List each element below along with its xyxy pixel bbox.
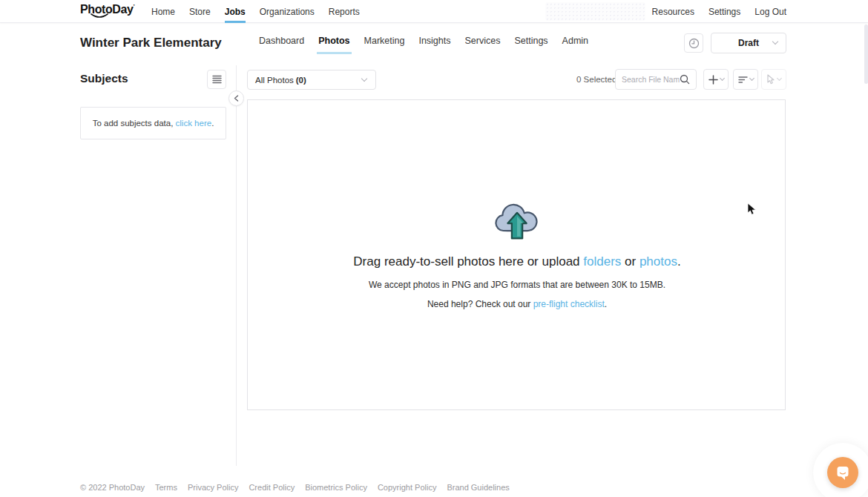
logo-smile-icon — [90, 13, 109, 19]
search-icon — [680, 74, 690, 85]
chevron-down-icon — [361, 76, 367, 82]
cursor-select-icon — [766, 74, 775, 85]
chevron-down-icon — [749, 76, 754, 81]
nav-item-store[interactable]: Store — [189, 0, 211, 23]
nav-item-jobs[interactable]: Jobs — [225, 0, 246, 23]
logo-mark: ’ — [133, 3, 134, 10]
sort-lines-icon — [738, 76, 748, 84]
top-navigation-bar: PhotoDay’ Home Store Jobs Organizations … — [0, 0, 868, 23]
tab-dashboard[interactable]: Dashboard — [257, 23, 306, 58]
nav-item-home[interactable]: Home — [151, 0, 175, 23]
footer-link-biometrics[interactable]: Biometrics Policy — [305, 483, 367, 492]
photo-filter-label: All Photos — [255, 76, 294, 85]
sort-photos-button[interactable] — [733, 69, 758, 90]
subjects-menu-button[interactable] — [207, 70, 226, 89]
photoday-app: PhotoDay’ Home Store Jobs Organizations … — [0, 0, 868, 497]
subjects-empty-hint: To add subjects data, click here. — [80, 107, 226, 139]
upload-folders-link[interactable]: folders — [583, 254, 621, 269]
photo-dropzone[interactable]: Drag ready-to-sell photos here or upload… — [247, 99, 786, 410]
job-header: Winter Park Elementary Dashboard Photos … — [0, 23, 868, 63]
chat-bubble-icon — [835, 464, 851, 481]
photo-filter-count: (0) — [296, 76, 306, 85]
nav-item-settings[interactable]: Settings — [708, 0, 740, 23]
upload-photos-link[interactable]: photos — [640, 254, 677, 269]
preflight-checklist-link[interactable]: pre-flight checklist — [533, 299, 605, 309]
nav-item-organizations[interactable]: Organizations — [260, 0, 315, 23]
search-input[interactable] — [622, 75, 680, 84]
subjects-heading: Subjects — [80, 72, 128, 85]
job-status-value: Draft — [738, 38, 759, 48]
job-history-button[interactable] — [684, 33, 703, 53]
cloud-upload-icon — [493, 201, 542, 244]
page-title: Winter Park Elementary — [80, 36, 222, 50]
subjects-hint-period: . — [211, 119, 214, 128]
chevron-down-icon — [719, 76, 724, 81]
footer-copyright: © 2022 PhotoDay — [80, 483, 145, 492]
footer: © 2022 PhotoDay Terms Privacy Policy Cre… — [80, 483, 510, 492]
nav-item-logout[interactable]: Log Out — [754, 0, 786, 23]
footer-link-terms[interactable]: Terms — [155, 483, 177, 492]
select-mode-button[interactable] — [761, 69, 786, 90]
menu-lines-icon — [212, 75, 222, 84]
secondary-nav: Resources Settings Log Out — [652, 0, 786, 23]
dropzone-heading: Drag ready-to-sell photos here or upload… — [248, 254, 786, 269]
job-status-dropdown[interactable]: Draft — [711, 33, 786, 53]
plus-icon — [708, 75, 718, 85]
empty-state: Drag ready-to-sell photos here or upload… — [248, 201, 786, 309]
footer-link-credit[interactable]: Credit Policy — [249, 483, 295, 492]
footer-link-brand[interactable]: Brand Guidelines — [447, 483, 509, 492]
tab-photos[interactable]: Photos — [317, 23, 351, 58]
subjects-hint-text: To add subjects data, — [93, 119, 176, 128]
chevron-left-icon — [234, 95, 239, 102]
tab-services[interactable]: Services — [464, 23, 502, 58]
file-search-box — [615, 69, 697, 90]
tab-insights[interactable]: Insights — [417, 23, 452, 58]
tab-settings[interactable]: Settings — [513, 23, 549, 58]
selected-count: 0 Selected — [576, 75, 617, 84]
loading-placeholder — [545, 2, 645, 21]
chevron-down-icon — [772, 39, 778, 45]
photo-filter-dropdown[interactable]: All Photos (0) — [247, 70, 376, 90]
clock-icon — [688, 38, 700, 49]
sidebar-divider — [236, 65, 237, 466]
tab-admin[interactable]: Admin — [561, 23, 590, 58]
chat-widget-button[interactable] — [827, 457, 858, 488]
photoday-logo[interactable]: PhotoDay’ — [80, 3, 134, 16]
primary-nav: Home Store Jobs Organizations Reports — [151, 0, 360, 23]
accepted-formats-text: We accept photos in PNG and JPG formats … — [248, 280, 786, 290]
chevron-down-icon — [777, 76, 782, 81]
add-subjects-link[interactable]: click here — [176, 119, 212, 128]
add-photos-button[interactable] — [703, 69, 729, 90]
footer-link-privacy[interactable]: Privacy Policy — [188, 483, 238, 492]
nav-item-resources[interactable]: Resources — [652, 0, 694, 23]
job-tabs: Dashboard Photos Marketing Insights Serv… — [257, 23, 590, 58]
tab-marketing[interactable]: Marketing — [363, 23, 407, 58]
page-scrollbar[interactable] — [864, 24, 868, 84]
footer-link-copyright-policy[interactable]: Copyright Policy — [378, 483, 436, 492]
help-text: Need help? Check out our pre-flight chec… — [248, 299, 786, 309]
sidebar-collapse-button[interactable] — [228, 90, 244, 106]
nav-item-reports[interactable]: Reports — [329, 0, 360, 23]
